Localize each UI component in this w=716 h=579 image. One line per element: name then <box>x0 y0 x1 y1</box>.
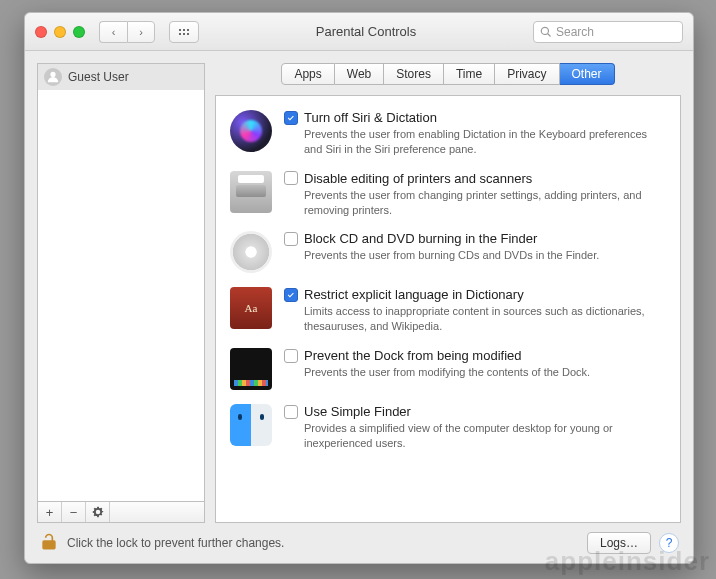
body: Guest User + − AppsWebStoresTimePrivacyO… <box>25 51 693 523</box>
option-title: Block CD and DVD burning in the Finder <box>304 231 537 246</box>
sidebar-toolbar: + − <box>37 501 205 523</box>
search-field[interactable]: Search <box>533 21 683 43</box>
tabs: AppsWebStoresTimePrivacyOther <box>215 63 681 85</box>
add-user-button[interactable]: + <box>38 502 62 522</box>
user-list[interactable]: Guest User <box>37 63 205 501</box>
option-title: Restrict explicit language in Dictionary <box>304 287 524 302</box>
lock-text: Click the lock to prevent further change… <box>67 536 284 550</box>
footer: Click the lock to prevent further change… <box>25 523 693 563</box>
option-title: Use Simple Finder <box>304 404 411 419</box>
user-row-guest[interactable]: Guest User <box>38 64 204 90</box>
tab-apps[interactable]: Apps <box>281 63 334 85</box>
zoom-button[interactable] <box>73 26 85 38</box>
checkbox[interactable] <box>284 288 298 302</box>
forward-button[interactable]: › <box>127 21 155 43</box>
tab-web[interactable]: Web <box>335 63 384 85</box>
user-name: Guest User <box>68 70 129 84</box>
option-body: Use Simple FinderProvides a simplified v… <box>284 404 666 451</box>
siri-icon <box>230 110 272 152</box>
checkbox[interactable] <box>284 171 298 185</box>
option-row: Turn off Siri & DictationPrevents the us… <box>230 110 666 157</box>
main: AppsWebStoresTimePrivacyOther Turn off S… <box>215 63 681 523</box>
toolbar-spacer <box>110 502 204 522</box>
window-title: Parental Controls <box>207 24 525 39</box>
option-desc: Provides a simplified view of the comput… <box>284 421 666 451</box>
cd-icon <box>230 231 272 273</box>
logs-button[interactable]: Logs… <box>587 532 651 554</box>
option-row: Block CD and DVD burning in the FinderPr… <box>230 231 666 273</box>
avatar-icon <box>44 68 62 86</box>
tab-other[interactable]: Other <box>560 63 615 85</box>
lock-icon[interactable] <box>39 532 59 555</box>
checkbox[interactable] <box>284 405 298 419</box>
nav-buttons: ‹ › <box>99 21 155 43</box>
dictionary-icon: Aa <box>230 287 272 329</box>
minimize-button[interactable] <box>54 26 66 38</box>
checkbox[interactable] <box>284 111 298 125</box>
sidebar: Guest User + − <box>37 63 205 523</box>
finder-icon <box>230 404 272 446</box>
show-all-button[interactable] <box>169 21 199 43</box>
printer-icon <box>230 171 272 213</box>
option-title: Disable editing of printers and scanners <box>304 171 532 186</box>
option-desc: Prevents the user from burning CDs and D… <box>284 248 666 263</box>
dock-icon <box>230 348 272 390</box>
option-body: Disable editing of printers and scanners… <box>284 171 666 218</box>
tab-stores[interactable]: Stores <box>384 63 444 85</box>
gear-icon <box>92 506 104 518</box>
option-row: AaRestrict explicit language in Dictiona… <box>230 287 666 334</box>
chevron-left-icon: ‹ <box>112 26 116 38</box>
window: ‹ › Parental Controls Search Guest User <box>24 12 694 564</box>
option-title: Prevent the Dock from being modified <box>304 348 522 363</box>
actions-menu-button[interactable] <box>86 502 110 522</box>
option-title: Turn off Siri & Dictation <box>304 110 437 125</box>
grid-icon <box>177 27 191 37</box>
option-desc: Prevents the user from enabling Dictatio… <box>284 127 666 157</box>
option-row: Prevent the Dock from being modifiedPrev… <box>230 348 666 390</box>
option-body: Turn off Siri & DictationPrevents the us… <box>284 110 666 157</box>
checkbox[interactable] <box>284 232 298 246</box>
option-row: Use Simple FinderProvides a simplified v… <box>230 404 666 451</box>
option-body: Block CD and DVD burning in the FinderPr… <box>284 231 666 273</box>
titlebar: ‹ › Parental Controls Search <box>25 13 693 51</box>
option-body: Restrict explicit language in Dictionary… <box>284 287 666 334</box>
close-button[interactable] <box>35 26 47 38</box>
search-icon <box>540 26 552 38</box>
search-placeholder: Search <box>556 25 594 39</box>
option-row: Disable editing of printers and scanners… <box>230 171 666 218</box>
chevron-right-icon: › <box>139 26 143 38</box>
option-desc: Limits access to inappropriate content i… <box>284 304 666 334</box>
tab-privacy[interactable]: Privacy <box>495 63 559 85</box>
option-body: Prevent the Dock from being modifiedPrev… <box>284 348 666 390</box>
back-button[interactable]: ‹ <box>99 21 127 43</box>
checkbox[interactable] <box>284 349 298 363</box>
option-desc: Prevents the user from modifying the con… <box>284 365 666 380</box>
options-pane: Turn off Siri & DictationPrevents the us… <box>215 95 681 523</box>
option-desc: Prevents the user from changing printer … <box>284 188 666 218</box>
remove-user-button[interactable]: − <box>62 502 86 522</box>
traffic-lights <box>35 26 85 38</box>
help-button[interactable]: ? <box>659 533 679 553</box>
tab-time[interactable]: Time <box>444 63 495 85</box>
